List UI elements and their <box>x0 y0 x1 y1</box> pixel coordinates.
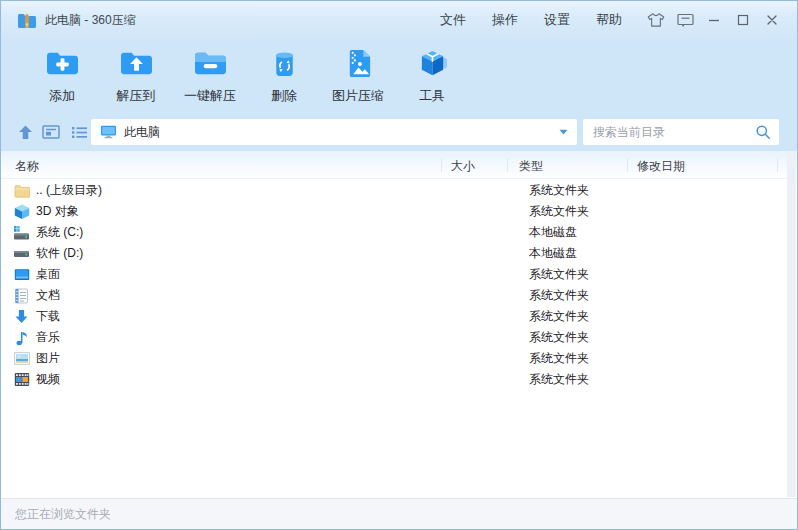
cell-name: 桌面 <box>36 266 60 283</box>
table-row[interactable]: 3D 对象系统文件夹 <box>1 201 785 222</box>
desktop-icon <box>13 267 30 283</box>
menubar: 文件操作设置帮助 <box>427 11 635 29</box>
search-box <box>583 119 779 145</box>
nav-panel-view-button[interactable] <box>39 113 63 151</box>
one-click-extract-icon <box>192 47 229 79</box>
toolbar-button-label: 删除 <box>271 87 297 105</box>
videos-icon <box>13 372 30 388</box>
titlebar: 此电脑 - 360压缩 文件操作设置帮助 <box>1 1 797 39</box>
cell-name: 3D 对象 <box>36 203 79 220</box>
cell-name: 音乐 <box>36 329 60 346</box>
tools-icon <box>414 47 451 79</box>
cell-name: 图片 <box>36 350 60 367</box>
table-row[interactable]: 系统 (C:)本地磁盘 <box>1 222 785 243</box>
feedback-button[interactable] <box>676 11 694 29</box>
table-row[interactable]: 桌面系统文件夹 <box>1 264 785 285</box>
toolbar-extract-to-button[interactable]: 解压到 <box>99 47 173 105</box>
cell-name: 视频 <box>36 371 60 388</box>
computer-icon <box>100 125 117 139</box>
toolbar-add-button[interactable]: 添加 <box>25 47 99 105</box>
column-header-size[interactable]: 大小 <box>451 158 475 175</box>
menu-settings[interactable]: 设置 <box>531 11 583 29</box>
chevron-down-icon <box>559 129 568 135</box>
address-bar[interactable]: 此电脑 <box>91 119 577 145</box>
cell-type: 系统文件夹 <box>529 287 589 304</box>
delete-icon <box>266 47 303 79</box>
table-row[interactable]: 下载系统文件夹 <box>1 306 785 327</box>
objects-3d-icon <box>13 204 30 220</box>
cell-name: 系统 (C:) <box>36 224 83 241</box>
cell-name: 下载 <box>36 308 60 325</box>
app-window: 此电脑 - 360压缩 文件操作设置帮助 添加解压到一键解压删除图片压缩工具 此… <box>0 0 798 530</box>
cell-type: 系统文件夹 <box>529 203 589 220</box>
column-separator <box>777 158 778 172</box>
cell-type: 系统文件夹 <box>529 266 589 283</box>
cell-type: 系统文件夹 <box>529 308 589 325</box>
cell-type: 系统文件夹 <box>529 329 589 346</box>
search-button[interactable] <box>755 124 771 140</box>
pictures-icon <box>13 351 30 367</box>
table-row[interactable]: 文档系统文件夹 <box>1 285 785 306</box>
table-row[interactable]: .. (上级目录)系统文件夹 <box>1 180 785 201</box>
app-icon <box>17 12 37 28</box>
column-header-name[interactable]: 名称 <box>15 158 39 175</box>
cell-name: 软件 (D:) <box>36 245 83 262</box>
add-archive-icon <box>44 47 81 79</box>
documents-icon <box>13 288 30 304</box>
window-controls <box>647 11 781 29</box>
local-drive-icon <box>13 246 30 262</box>
cell-type: 系统文件夹 <box>529 350 589 367</box>
column-header-date[interactable]: 修改日期 <box>637 158 685 175</box>
extract-to-icon <box>118 47 155 79</box>
table-header: 名称大小类型修改日期 <box>1 151 797 179</box>
skin-button[interactable] <box>647 11 665 29</box>
menu-file[interactable]: 文件 <box>427 11 479 29</box>
toolbar-image-compress-button[interactable]: 图片压缩 <box>321 47 395 105</box>
toolbar-button-label: 一键解压 <box>184 87 236 105</box>
cell-type: 本地磁盘 <box>529 245 577 262</box>
search-input[interactable] <box>591 124 755 140</box>
column-separator <box>627 158 628 172</box>
table-row[interactable]: 软件 (D:)本地磁盘 <box>1 243 785 264</box>
nav-list-view-button[interactable] <box>67 113 91 151</box>
close-button[interactable] <box>763 11 781 29</box>
table-row[interactable]: 图片系统文件夹 <box>1 348 785 369</box>
cell-type: 本地磁盘 <box>529 224 577 241</box>
file-list: .. (上级目录)系统文件夹3D 对象系统文件夹系统 (C:)本地磁盘软件 (D… <box>1 180 785 390</box>
cell-type: 系统文件夹 <box>529 371 589 388</box>
nav-up-button[interactable] <box>13 113 37 151</box>
menu-action[interactable]: 操作 <box>479 11 531 29</box>
status-bar: 您正在浏览文件夹 <box>1 498 797 529</box>
current-location: 此电脑 <box>124 124 160 141</box>
toolbar-button-label: 添加 <box>49 87 75 105</box>
scrollbar-track[interactable] <box>787 152 796 497</box>
maximize-button[interactable] <box>734 11 752 29</box>
downloads-icon <box>13 309 30 325</box>
minimize-button[interactable] <box>705 11 723 29</box>
cell-type: 系统文件夹 <box>529 182 589 199</box>
status-text: 您正在浏览文件夹 <box>15 506 111 523</box>
toolbar: 添加解压到一键解压删除图片压缩工具 <box>1 39 797 113</box>
column-separator <box>507 158 508 172</box>
window-title: 此电脑 - 360压缩 <box>45 12 136 29</box>
address-row: 此电脑 <box>1 113 797 151</box>
toolbar-tools-button[interactable]: 工具 <box>395 47 469 105</box>
system-drive-icon <box>13 225 30 241</box>
table-row[interactable]: 音乐系统文件夹 <box>1 327 785 348</box>
table-row[interactable]: 视频系统文件夹 <box>1 369 785 390</box>
toolbar-one-click-extract-button[interactable]: 一键解压 <box>173 47 247 105</box>
toolbar-button-label: 解压到 <box>117 87 156 105</box>
music-icon <box>13 330 30 346</box>
search-icon <box>755 124 771 140</box>
address-dropdown-button[interactable] <box>559 129 568 135</box>
cell-name: .. (上级目录) <box>36 182 102 199</box>
cell-name: 文档 <box>36 287 60 304</box>
toolbar-delete-button[interactable]: 删除 <box>247 47 321 105</box>
toolbar-button-label: 图片压缩 <box>332 87 384 105</box>
toolbar-button-label: 工具 <box>419 87 445 105</box>
column-separator <box>441 158 442 172</box>
menu-help[interactable]: 帮助 <box>583 11 635 29</box>
folder-up-icon <box>13 183 30 199</box>
image-compress-icon <box>340 47 377 79</box>
column-header-type[interactable]: 类型 <box>519 158 543 175</box>
